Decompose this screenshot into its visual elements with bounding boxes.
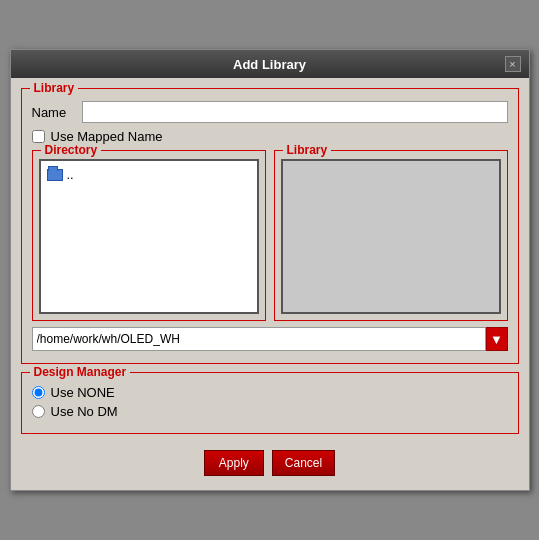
path-input[interactable] bbox=[32, 327, 486, 351]
path-row: ▼ bbox=[32, 327, 508, 351]
title-bar: Add Library × bbox=[11, 50, 529, 78]
use-no-dm-row: Use No DM bbox=[32, 404, 508, 419]
use-none-label: Use NONE bbox=[51, 385, 115, 400]
use-none-row: Use NONE bbox=[32, 385, 508, 400]
library-panel-label: Library bbox=[283, 143, 332, 157]
library-panel: Library bbox=[274, 150, 508, 321]
use-mapped-name-row: Use Mapped Name bbox=[32, 129, 508, 144]
file-item-name: .. bbox=[67, 167, 74, 182]
use-mapped-name-checkbox[interactable] bbox=[32, 130, 45, 143]
use-none-radio[interactable] bbox=[32, 386, 45, 399]
window-body: Library Name Use Mapped Name Directory . bbox=[11, 78, 529, 490]
apply-button[interactable]: Apply bbox=[204, 450, 264, 476]
list-item[interactable]: .. bbox=[45, 165, 253, 184]
add-library-dialog: Add Library × Library Name Use Mapped Na… bbox=[10, 49, 530, 491]
use-no-dm-radio[interactable] bbox=[32, 405, 45, 418]
library-list[interactable] bbox=[281, 159, 501, 314]
design-manager-label: Design Manager bbox=[30, 365, 131, 379]
path-dropdown-button[interactable]: ▼ bbox=[486, 327, 508, 351]
two-panel-container: Directory .. Library bbox=[32, 150, 508, 321]
dropdown-icon: ▼ bbox=[490, 332, 503, 347]
use-no-dm-label: Use No DM bbox=[51, 404, 118, 419]
directory-panel-label: Directory bbox=[41, 143, 102, 157]
window-title: Add Library bbox=[35, 57, 505, 72]
name-input[interactable] bbox=[82, 101, 508, 123]
folder-icon bbox=[47, 169, 63, 181]
use-mapped-name-label: Use Mapped Name bbox=[51, 129, 163, 144]
cancel-button[interactable]: Cancel bbox=[272, 450, 335, 476]
design-manager-section: Design Manager Use NONE Use No DM bbox=[21, 372, 519, 434]
library-section: Library Name Use Mapped Name Directory . bbox=[21, 88, 519, 364]
name-label: Name bbox=[32, 105, 82, 120]
button-bar: Apply Cancel bbox=[21, 444, 519, 480]
directory-panel: Directory .. bbox=[32, 150, 266, 321]
name-row: Name bbox=[32, 101, 508, 123]
library-section-label: Library bbox=[30, 81, 79, 95]
directory-file-list[interactable]: .. bbox=[39, 159, 259, 314]
close-button[interactable]: × bbox=[505, 56, 521, 72]
